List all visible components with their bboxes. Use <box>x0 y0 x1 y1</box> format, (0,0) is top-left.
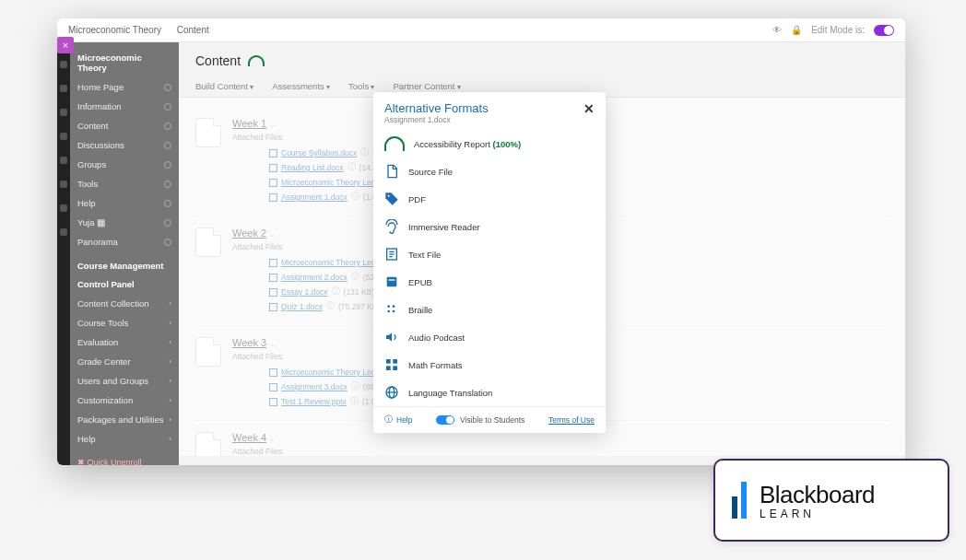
file-link[interactable]: Assignment 3.docx <box>281 382 348 391</box>
course-management-header: Course Management <box>70 251 179 274</box>
alt-format-option[interactable]: Braille <box>373 296 606 323</box>
control-panel-item[interactable]: Course Tools› <box>70 313 179 332</box>
sidebar-item[interactable]: Information <box>70 97 179 116</box>
availability-dot-icon <box>164 239 171 246</box>
info-icon[interactable]: ⓘ <box>350 396 359 407</box>
alt-format-label: Audio Podcast <box>408 332 465 343</box>
alt-format-label: Language Translation <box>408 388 492 398</box>
control-panel-item[interactable]: Grade Center› <box>70 352 179 371</box>
info-icon[interactable]: ⓘ <box>326 301 335 312</box>
blackboard-learn-badge: Blackboard LEARN <box>713 459 949 542</box>
sidebar-item[interactable]: Tools <box>70 174 179 193</box>
help-link[interactable]: ⓘ Help <box>384 414 412 426</box>
top-bar: Microeconomic Theory Content 👁 🔒 Edit Mo… <box>57 18 905 42</box>
control-panel-item[interactable]: Help› <box>70 429 179 449</box>
info-icon[interactable]: ⓘ <box>348 162 356 173</box>
sidebar-item[interactable]: Groups <box>70 155 179 174</box>
availability-dot-icon <box>164 200 171 207</box>
info-icon[interactable]: ⓘ <box>351 192 359 203</box>
sidebar-course-title[interactable]: Microeconomic Theory <box>70 48 179 77</box>
document-icon <box>195 228 221 257</box>
alt-format-option[interactable]: Accessibility Report (100%) <box>373 130 606 158</box>
alt-format-option[interactable]: Text File <box>373 240 606 268</box>
alt-format-option[interactable]: Immersive Reader <box>373 213 606 240</box>
control-panel-header[interactable]: Control Panel <box>70 274 179 294</box>
chevron-right-icon: › <box>169 319 171 327</box>
breadcrumb-page[interactable]: Content <box>177 25 209 35</box>
svg-point-0 <box>388 195 390 197</box>
terms-link[interactable]: Terms of Use <box>548 415 595 425</box>
info-icon[interactable]: ⓘ <box>332 286 340 298</box>
options-icon[interactable]: ⌄ <box>269 120 277 129</box>
control-panel-item[interactable]: Packages and Utilities› <box>70 410 179 429</box>
file-icon <box>269 259 277 267</box>
alt-format-option[interactable]: Audio Podcast <box>373 323 606 351</box>
availability-dot-icon <box>164 181 171 188</box>
accessibility-pct: (100%) <box>490 139 521 149</box>
alt-format-option[interactable]: EPUB <box>373 268 606 296</box>
rail-icon[interactable] <box>60 109 67 116</box>
tools-menu[interactable]: Tools <box>348 81 374 91</box>
rail-icon[interactable] <box>60 181 67 188</box>
rail-icon[interactable] <box>60 204 67 212</box>
sidebar-item[interactable]: Home Page <box>70 77 179 97</box>
options-icon[interactable]: ⌄ <box>269 229 277 239</box>
week-title-link[interactable]: Week 2 <box>232 228 266 239</box>
rail-icon[interactable] <box>60 157 67 164</box>
alt-format-option[interactable]: Math Formats <box>373 351 606 379</box>
sidebar-item[interactable]: Help <box>70 193 179 213</box>
cp-item-label: Packages and Utilities <box>77 414 163 425</box>
week-title-link[interactable]: Week 4 <box>232 432 266 443</box>
rail-icon[interactable] <box>60 85 67 92</box>
file-link[interactable]: Reading List.docx <box>281 163 344 172</box>
control-panel-item[interactable]: Users and Groups› <box>70 371 179 391</box>
info-icon[interactable]: ⓘ <box>360 147 369 158</box>
control-panel-item[interactable]: Content Collection› <box>70 294 179 313</box>
lock-icon[interactable]: 🔒 <box>791 25 802 35</box>
rail-icon[interactable] <box>60 133 67 140</box>
file-link[interactable]: Assignment 2.docx <box>281 273 348 282</box>
sidebar-item[interactable]: Content <box>70 116 179 135</box>
sidebar-item[interactable]: Yuja ▦ <box>70 213 179 232</box>
rail-icon[interactable] <box>60 61 67 68</box>
assessments-menu[interactable]: Assessments <box>272 81 330 91</box>
control-panel-item[interactable]: Evaluation› <box>70 332 179 352</box>
edit-mode-toggle[interactable] <box>874 25 894 36</box>
cp-item-label: Evaluation <box>77 337 118 347</box>
visible-to-students-toggle[interactable] <box>436 415 454 425</box>
breadcrumb-course[interactable]: Microeconomic Theory <box>68 25 161 35</box>
rail-icon[interactable] <box>60 228 67 236</box>
sidebar-item-label: Information <box>77 101 122 111</box>
eye-icon[interactable]: 👁 <box>772 25 782 35</box>
file-link[interactable]: Essay 1.docx <box>281 287 328 297</box>
file-link[interactable]: Course Syllabus.docx <box>281 148 357 158</box>
info-icon[interactable]: ⓘ <box>351 272 359 283</box>
cp-item-label: Help <box>77 434 96 444</box>
partner-content-menu[interactable]: Partner Content <box>393 81 460 91</box>
alt-format-option[interactable]: Language Translation <box>373 379 606 406</box>
modal-close-button[interactable]: ✕ <box>583 101 595 116</box>
sidebar-item[interactable]: Discussions <box>70 135 179 155</box>
file-link[interactable]: Test 1 Review.pptx <box>281 397 347 406</box>
quick-unenroll-link[interactable]: ✖ Quick Unenroll <box>70 449 179 465</box>
control-panel-item[interactable]: Customization› <box>70 391 179 410</box>
file-icon <box>269 303 277 311</box>
file-link[interactable]: Quiz 1.docx <box>281 302 323 311</box>
file-icon <box>269 383 277 391</box>
file-link[interactable]: Assignment 1.docx <box>281 192 348 202</box>
alt-format-option[interactable]: PDF <box>373 185 606 213</box>
sidebar-item-label: Groups <box>77 159 106 169</box>
options-icon[interactable]: ⌄ <box>269 434 277 443</box>
alt-format-label: Text File <box>408 250 441 260</box>
week-title-link[interactable]: Week 3 <box>232 337 266 348</box>
week-title-link[interactable]: Week 1 <box>232 118 266 129</box>
alt-format-option[interactable]: Source File <box>373 158 606 185</box>
close-sidebar-button[interactable]: × <box>57 37 74 53</box>
sidebar-item[interactable]: Panorama <box>70 232 179 251</box>
options-icon[interactable]: ⌄ <box>269 339 277 348</box>
info-icon[interactable]: ⓘ <box>351 381 359 392</box>
availability-dot-icon <box>164 161 171 169</box>
text-icon <box>384 247 399 262</box>
build-content-menu[interactable]: Build Content <box>195 81 253 91</box>
accessibility-gauge-icon[interactable] <box>248 55 265 66</box>
